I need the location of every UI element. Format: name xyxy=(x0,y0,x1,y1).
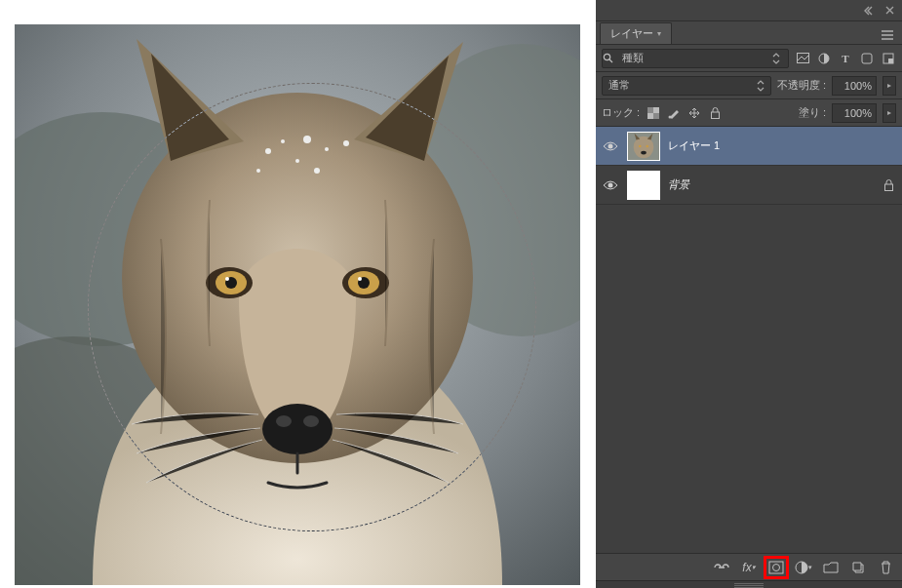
layer-item-layer1[interactable]: レイヤー 1 xyxy=(596,127,902,166)
svg-point-19 xyxy=(225,277,229,281)
svg-point-35 xyxy=(608,143,613,148)
tab-dropdown-icon: ▾ xyxy=(657,29,661,38)
layer-locked-icon xyxy=(881,177,896,193)
dropdown-arrows-icon xyxy=(772,53,788,64)
blend-mode-label: 通常 xyxy=(608,78,630,93)
new-adjustment-layer-icon[interactable]: ▾ xyxy=(793,558,814,577)
svg-point-8 xyxy=(325,147,329,151)
svg-point-15 xyxy=(303,415,319,427)
svg-rect-34 xyxy=(711,112,719,119)
layer-thumbnail[interactable] xyxy=(627,171,660,200)
svg-point-10 xyxy=(295,159,299,163)
filter-adjustment-icon[interactable] xyxy=(816,51,832,66)
filter-pixel-icon[interactable] xyxy=(795,51,810,66)
add-layer-mask-icon[interactable] xyxy=(765,558,787,577)
fill-value-input[interactable]: 100% xyxy=(832,103,877,123)
opacity-flyout-icon[interactable]: ▸ xyxy=(882,76,896,96)
blend-mode-row: 通常 不透明度 : 100% ▸ xyxy=(596,72,902,99)
svg-rect-32 xyxy=(653,113,659,119)
panel-resize-grip[interactable] xyxy=(596,580,902,588)
filter-smartobj-icon[interactable] xyxy=(881,51,896,66)
panel-flyout-menu-icon[interactable] xyxy=(879,26,896,44)
opacity-label: 不透明度 : xyxy=(777,78,826,93)
dropdown-arrows-icon xyxy=(757,80,765,92)
close-panel-icon[interactable] xyxy=(882,4,896,18)
panel-tab-bar: レイヤー ▾ xyxy=(596,21,902,45)
layer-list: レイヤー 1 背景 xyxy=(596,127,902,553)
svg-point-24 xyxy=(604,54,609,59)
lock-all-icon[interactable] xyxy=(707,105,723,121)
layer-filter-row: 種類 T xyxy=(596,45,902,72)
blend-mode-dropdown[interactable]: 通常 xyxy=(602,76,771,96)
filter-type-icons: T xyxy=(795,51,896,66)
lock-label: ロック : xyxy=(602,105,640,120)
filter-kind-label: 種類 xyxy=(622,51,772,65)
layer-name[interactable]: レイヤー 1 xyxy=(668,138,720,153)
lock-pixels-icon[interactable] xyxy=(666,105,682,121)
svg-point-9 xyxy=(343,140,349,146)
layer-thumbnail[interactable] xyxy=(627,132,660,161)
document-canvas[interactable] xyxy=(0,0,596,588)
svg-point-13 xyxy=(262,404,333,454)
new-layer-icon[interactable] xyxy=(847,558,869,577)
tab-layers[interactable]: レイヤー ▾ xyxy=(600,22,672,44)
layer-item-background[interactable]: 背景 xyxy=(596,166,902,205)
collapse-panel-icon[interactable] xyxy=(861,4,875,18)
svg-point-39 xyxy=(639,144,642,147)
search-icon xyxy=(603,53,622,63)
filter-kind-dropdown[interactable]: 種類 xyxy=(602,49,789,68)
opacity-value-input[interactable]: 100% xyxy=(832,76,877,96)
lock-position-icon[interactable] xyxy=(686,105,702,121)
svg-rect-43 xyxy=(769,562,783,573)
lock-row: ロック : 塗り : 100% ▸ xyxy=(596,99,902,127)
visibility-toggle-icon[interactable] xyxy=(602,137,619,155)
svg-point-38 xyxy=(641,150,647,154)
svg-point-33 xyxy=(669,115,672,118)
filter-type-icon[interactable]: T xyxy=(838,51,853,66)
panel-body: 種類 T 通常 不透明度 : 100% ▸ ロック : xyxy=(596,45,902,588)
svg-point-40 xyxy=(646,144,648,147)
svg-point-41 xyxy=(608,182,613,187)
filter-shape-icon[interactable] xyxy=(859,51,875,66)
svg-point-7 xyxy=(303,136,311,143)
layer-fx-icon[interactable]: fx▾ xyxy=(738,558,760,577)
svg-point-23 xyxy=(358,277,362,281)
link-layers-icon[interactable] xyxy=(711,558,732,577)
fill-label: 塗り : xyxy=(799,105,826,120)
svg-rect-29 xyxy=(888,59,893,63)
lock-transparency-icon[interactable] xyxy=(646,105,661,121)
panel-top-strip xyxy=(596,0,902,21)
visibility-toggle-icon[interactable] xyxy=(602,176,619,194)
svg-point-44 xyxy=(773,564,780,570)
layers-panel: レイヤー ▾ 種類 T xyxy=(596,0,902,588)
canvas-image xyxy=(15,24,580,585)
svg-rect-27 xyxy=(862,54,872,63)
new-group-icon[interactable] xyxy=(820,558,842,577)
delete-layer-icon[interactable] xyxy=(875,558,896,577)
layer-name[interactable]: 背景 xyxy=(668,177,689,192)
panel-bottom-bar: fx▾ ▾ xyxy=(596,553,902,580)
svg-rect-31 xyxy=(647,107,653,113)
fill-flyout-icon[interactable]: ▸ xyxy=(882,103,896,123)
svg-point-5 xyxy=(265,148,271,154)
svg-point-6 xyxy=(281,139,285,143)
svg-rect-42 xyxy=(884,184,892,191)
svg-point-12 xyxy=(256,169,260,173)
svg-point-14 xyxy=(276,415,292,427)
tab-label: レイヤー xyxy=(610,26,653,41)
svg-point-11 xyxy=(314,168,320,174)
